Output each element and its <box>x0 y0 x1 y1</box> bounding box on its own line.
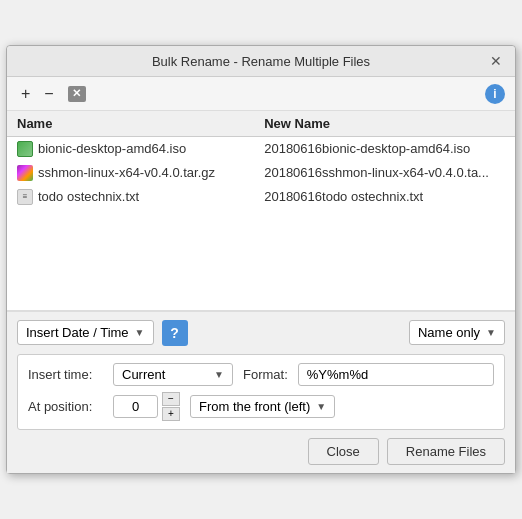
new-name-column-header: New Name <box>254 111 515 137</box>
at-position-label: At position: <box>28 399 103 414</box>
from-front-button[interactable]: From the front (left) ▼ <box>190 395 335 418</box>
file-new-name: 20180616bionic-desktop-amd64.iso <box>254 136 515 161</box>
name-only-label: Name only <box>418 325 480 340</box>
file-name: bionic-desktop-amd64.iso <box>38 141 186 156</box>
info-button[interactable]: i <box>485 84 505 104</box>
file-name: sshmon-linux-x64-v0.4.0.tar.gz <box>38 165 215 180</box>
insert-datetime-button[interactable]: Insert Date / Time ▼ <box>17 320 154 345</box>
position-stepper: − + <box>162 392 180 421</box>
format-input[interactable] <box>298 363 494 386</box>
options-panel: Insert time: Current ▼ Format: At positi… <box>17 354 505 430</box>
close-button[interactable]: Close <box>308 438 379 465</box>
from-front-arrow-icon: ▼ <box>316 401 326 412</box>
top-controls-row: Insert Date / Time ▼ ? Name only ▼ <box>17 320 505 346</box>
name-column-header: Name <box>7 111 254 137</box>
close-window-button[interactable]: ✕ <box>487 52 505 70</box>
toolbar: + − ✕ i <box>7 77 515 111</box>
window-title: Bulk Rename - Rename Multiple Files <box>35 54 487 69</box>
at-position-row: At position: − + From the front (left) ▼ <box>28 392 494 421</box>
name-only-arrow-icon: ▼ <box>486 327 496 338</box>
help-button[interactable]: ? <box>162 320 188 346</box>
remove-file-button[interactable]: − <box>40 84 57 104</box>
iso-icon <box>17 141 33 157</box>
titlebar: Bulk Rename - Rename Multiple Files ✕ <box>7 46 515 77</box>
position-input[interactable] <box>113 395 158 418</box>
rename-files-button[interactable]: Rename Files <box>387 438 505 465</box>
name-only-button[interactable]: Name only ▼ <box>409 320 505 345</box>
clear-files-button[interactable]: ✕ <box>64 83 90 104</box>
txt-icon: ≡ <box>17 189 33 205</box>
insert-time-value: Current <box>122 367 165 382</box>
table-row[interactable]: bionic-desktop-amd64.iso20180616bionic-d… <box>7 136 515 161</box>
table-row[interactable]: sshmon-linux-x64-v0.4.0.tar.gz20180616ss… <box>7 161 515 185</box>
table-row[interactable]: ≡todo ostechnix.txt20180616todo ostechni… <box>7 185 515 209</box>
insert-time-row: Insert time: Current ▼ Format: <box>28 363 494 386</box>
main-window: Bulk Rename - Rename Multiple Files ✕ + … <box>6 45 516 474</box>
file-new-name: 20180616todo ostechnix.txt <box>254 185 515 209</box>
insert-datetime-label: Insert Date / Time <box>26 325 129 340</box>
add-file-button[interactable]: + <box>17 84 34 104</box>
tar-icon <box>17 165 33 181</box>
insert-datetime-arrow-icon: ▼ <box>135 327 145 338</box>
format-label: Format: <box>243 367 288 382</box>
from-front-label: From the front (left) <box>199 399 310 414</box>
position-increment-button[interactable]: + <box>162 407 180 421</box>
insert-time-label: Insert time: <box>28 367 103 382</box>
delete-icon: ✕ <box>68 86 86 102</box>
file-name: todo ostechnix.txt <box>38 189 139 204</box>
position-decrement-button[interactable]: − <box>162 392 180 406</box>
file-list: Name New Name bionic-desktop-amd64.iso20… <box>7 111 515 311</box>
insert-time-select[interactable]: Current ▼ <box>113 363 233 386</box>
action-row: Close Rename Files <box>17 438 505 465</box>
bottom-section: Insert Date / Time ▼ ? Name only ▼ Inser… <box>7 311 515 473</box>
file-new-name: 20180616sshmon-linux-x64-v0.4.0.ta... <box>254 161 515 185</box>
insert-time-arrow-icon: ▼ <box>214 369 224 380</box>
